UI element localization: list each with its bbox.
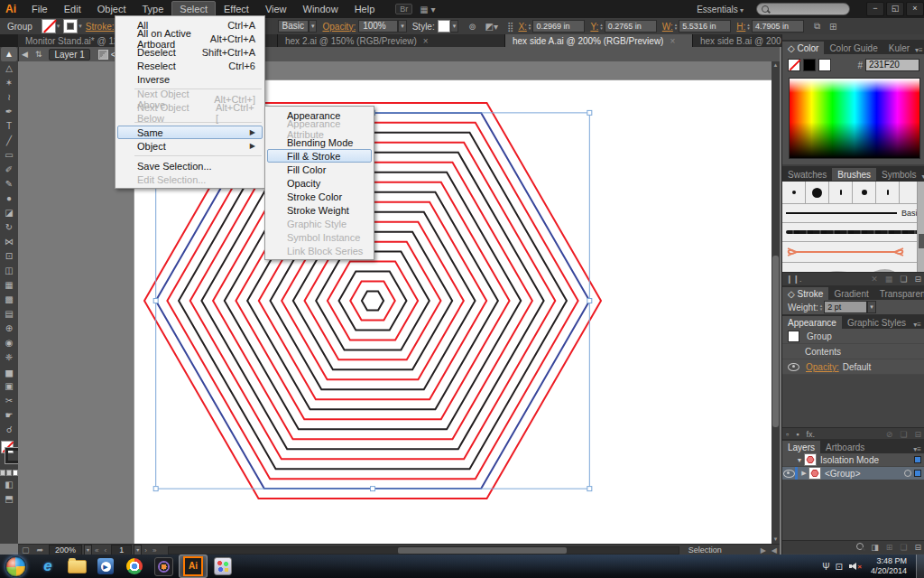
prev-artboard-icon[interactable]: ‹: [105, 546, 107, 555]
calligraphic-brush[interactable]: [829, 182, 853, 203]
illustrator-taskbar-icon[interactable]: Ai: [179, 555, 208, 578]
document-icon[interactable]: ▢: [22, 545, 30, 555]
hexagon-ring[interactable]: [339, 272, 407, 331]
tab-color[interactable]: ◇ Color: [782, 42, 824, 54]
paint-app-icon[interactable]: [209, 555, 236, 577]
volume-muted-icon[interactable]: ×: [849, 562, 860, 571]
color-button[interactable]: [0, 470, 5, 476]
scroll-down-icon[interactable]: ▼: [772, 536, 780, 544]
make-clip-mask-icon[interactable]: ◨: [871, 543, 879, 552]
chrome-icon[interactable]: [121, 555, 148, 577]
fill-color-swatch[interactable]: [42, 19, 56, 33]
selection-handle[interactable]: [587, 110, 592, 115]
next-artboard-icon[interactable]: ›: [144, 546, 147, 555]
lasso-tool[interactable]: ≀: [1, 90, 17, 105]
color-spectrum[interactable]: [789, 78, 920, 159]
align-icon[interactable]: ⧉: [814, 21, 820, 32]
selection-handle[interactable]: [153, 299, 158, 303]
taskbar-clock[interactable]: 3:48 PM 4/20/2014: [871, 556, 907, 576]
selection-indicator[interactable]: [914, 470, 921, 477]
brush-definition-dropdown[interactable]: Basic: [278, 20, 309, 33]
bridge-button[interactable]: Br: [395, 4, 412, 14]
menu-edit[interactable]: Edit: [56, 1, 89, 17]
start-button[interactable]: [5, 556, 26, 577]
brush-definition-arrow-icon[interactable]: ▾: [309, 20, 318, 33]
scroll-up-icon[interactable]: ▲: [772, 61, 780, 70]
panel-menu-icon[interactable]: ▾≡: [915, 43, 924, 54]
calligraphic-brush-row[interactable]: [782, 182, 924, 204]
media-app-icon[interactable]: [150, 555, 177, 577]
selection-handle[interactable]: [587, 299, 592, 303]
blob-brush-tool[interactable]: ●: [1, 191, 17, 206]
minimize-button[interactable]: −: [866, 2, 884, 16]
tab-layers[interactable]: Layers: [782, 441, 820, 453]
magic-wand-tool[interactable]: ✶: [1, 76, 17, 90]
eyedropper-tool[interactable]: ⊕: [1, 322, 17, 336]
internet-explorer-icon[interactable]: e: [34, 555, 61, 577]
mesh-tool[interactable]: ▩: [1, 293, 17, 307]
brush-libraries-icon[interactable]: ❙❙.: [786, 275, 802, 284]
restore-button[interactable]: ◱: [886, 2, 904, 16]
vertical-scrollbar[interactable]: ▲ ▼: [772, 61, 780, 544]
style-swatch[interactable]: [438, 20, 450, 33]
field-input-h[interactable]: 4.7905 in: [752, 20, 804, 33]
menu-item-same[interactable]: Same▶: [117, 126, 263, 139]
hand-tool[interactable]: ☛: [1, 408, 17, 423]
stroke-dropdown-icon[interactable]: ▾: [78, 23, 86, 30]
weight-value[interactable]: 2 pt: [824, 301, 867, 313]
fill-dropdown-icon[interactable]: ▾: [56, 23, 64, 30]
new-brush-icon[interactable]: ❏: [900, 275, 907, 284]
document-tab[interactable]: hex 2.ai @ 150% (RGB/Preview)×: [278, 34, 505, 47]
layer-nav-icon[interactable]: ⇅: [35, 50, 42, 59]
new-stroke-icon[interactable]: ▫: [786, 430, 789, 439]
menu-item-inverse[interactable]: Inverse: [117, 72, 263, 86]
field-input-w[interactable]: 5.5316 in: [679, 20, 731, 33]
zoom-tool[interactable]: ☌: [1, 423, 17, 437]
locate-object-icon[interactable]: [856, 543, 864, 552]
network-icon[interactable]: ⊡: [836, 562, 843, 572]
expand-arrow-icon[interactable]: ▼: [795, 457, 804, 463]
hexagon-ring[interactable]: [362, 292, 383, 311]
menu-item-reselect[interactable]: ReselectCtrl+6: [117, 59, 263, 72]
draw-mode-icon[interactable]: ◧: [1, 478, 17, 492]
eraser-tool[interactable]: ◪: [1, 206, 17, 220]
back-arrow-icon[interactable]: ◀: [22, 50, 28, 59]
selection-handle[interactable]: [587, 487, 592, 491]
field-input-y[interactable]: 0.2765 in: [605, 20, 657, 33]
selection-indicator[interactable]: [914, 456, 921, 463]
hexagon-ring[interactable]: [350, 282, 395, 321]
close-button[interactable]: ×: [906, 2, 924, 16]
tab-appearance[interactable]: Appearance: [782, 316, 842, 329]
delete-layer-icon[interactable]: ⊟: [914, 543, 921, 552]
charcoal-brush-row[interactable]: [782, 223, 924, 242]
status-prev-icon[interactable]: ◀: [772, 546, 777, 555]
opacity-value[interactable]: 100%: [358, 20, 398, 33]
last-artboard-icon[interactable]: »: [152, 546, 156, 555]
menu-item-stroke-weight[interactable]: Stroke Weight: [267, 203, 372, 217]
visibility-eye-icon[interactable]: [788, 363, 799, 371]
fill-stroke-indicator[interactable]: [1, 441, 17, 468]
hexagon-ring[interactable]: [316, 252, 430, 350]
tab-symbols[interactable]: Symbols: [876, 168, 921, 181]
breadcrumb-layer[interactable]: Layer 1: [49, 49, 89, 61]
direct-selection-tool[interactable]: △: [1, 61, 17, 76]
field-stepper[interactable]: ▴▾: [747, 23, 750, 30]
weight-dropdown-icon[interactable]: ▾: [867, 301, 876, 313]
calligraphic-brush[interactable]: [876, 182, 900, 203]
menu-item-stroke-color[interactable]: Stroke Color: [267, 190, 372, 203]
delete-brush-icon[interactable]: ⊟: [914, 275, 921, 284]
field-stepper[interactable]: ▴▾: [600, 23, 603, 30]
basic-brush-row[interactable]: Basic: [782, 204, 924, 223]
tab-color-guide[interactable]: Color Guide: [824, 42, 882, 54]
menu-item-opacity[interactable]: Opacity: [267, 176, 372, 190]
vertical-scroll-thumb[interactable]: [772, 256, 779, 427]
media-player-icon[interactable]: ▶: [92, 555, 119, 577]
perspective-grid-tool[interactable]: ▦: [1, 278, 17, 293]
field-input-x[interactable]: 0.2969 in: [532, 20, 585, 33]
tab-close-icon[interactable]: ×: [670, 36, 675, 46]
select-similar-icon[interactable]: ◩▾: [485, 22, 498, 32]
document-tab[interactable]: hex side A.ai @ 200% (RGB/Preview)×: [505, 34, 693, 47]
calligraphic-brush[interactable]: [782, 182, 806, 203]
type-tool[interactable]: T: [1, 119, 17, 134]
layers-row-group[interactable]: ▶ <Group>: [782, 467, 924, 480]
